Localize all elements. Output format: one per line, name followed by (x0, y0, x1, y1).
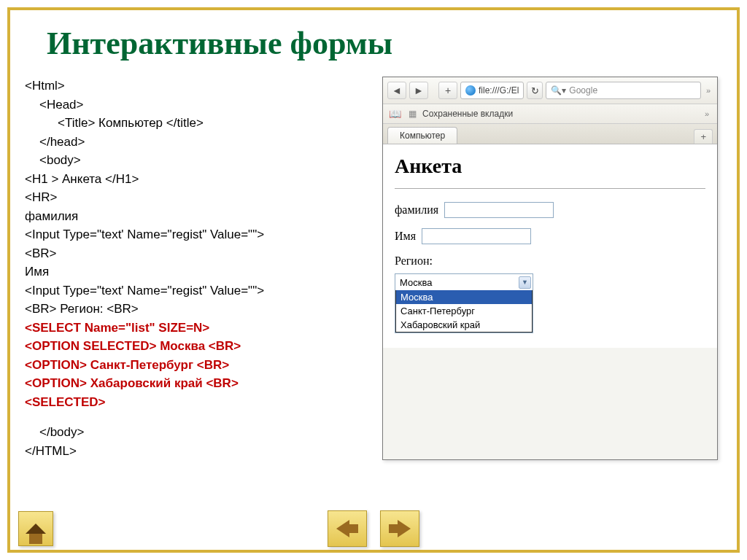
code-line: <Html> (25, 77, 368, 96)
select-value: Москва (400, 277, 432, 288)
new-tab-button[interactable]: + (694, 129, 713, 144)
code-line: <HR> (25, 188, 368, 207)
code-line: </head> (25, 133, 368, 152)
code-line: <BR> (25, 244, 368, 263)
option-moscow[interactable]: Москва (396, 290, 532, 304)
code-line: <H1 > Анкета </H1> (25, 170, 368, 189)
home-button[interactable] (18, 511, 53, 546)
label-region: Регион: (395, 254, 705, 268)
code-line: </HTML> (25, 442, 368, 461)
code-line: <Title> Компьютер </title> (25, 114, 368, 133)
grid-icon[interactable]: ▦ (409, 109, 415, 119)
page-content: Анкета фамилия Имя Регион: Москва (383, 144, 717, 348)
book-icon[interactable]: 📖 (389, 108, 401, 120)
bookmarks-label[interactable]: Сохраненные вкладки (422, 109, 513, 119)
code-line: <Input Type="text' Name="regist" Value="… (25, 225, 368, 244)
url-text: file:///G:/El (479, 85, 519, 96)
code-line: <SELECT Name="list" SIZE=N> (25, 319, 368, 338)
prev-slide-button[interactable] (328, 510, 367, 547)
code-line: <body> (25, 151, 368, 170)
browser-tab[interactable]: Компьютер (387, 127, 457, 144)
search-icon: 🔍▾ (551, 85, 566, 96)
arrow-right-icon (398, 520, 411, 537)
label-name: Имя (395, 230, 416, 243)
code-line: <BR> Регион: <BR> (25, 300, 368, 319)
slide-title: Интерактивные формы (47, 25, 722, 62)
arrow-left-icon (336, 520, 349, 537)
code-line: Имя (25, 262, 368, 281)
back-button[interactable]: ◄ (387, 82, 406, 99)
search-placeholder: Google (569, 85, 597, 96)
surname-input[interactable] (444, 202, 554, 218)
search-box[interactable]: 🔍▾ Google (546, 82, 701, 99)
tab-bar: Компьютер + (383, 124, 717, 144)
overflow-icon[interactable]: » (703, 109, 711, 118)
dropdown-list[interactable]: Москва Санкт-Петербург Хабаровский край (395, 290, 533, 332)
chevron-down-icon[interactable]: ▼ (519, 276, 531, 289)
browser-window: ◄ ► + file:///G:/El ↻ 🔍▾ Google » (382, 77, 718, 460)
option-spb[interactable]: Санкт-Петербург (396, 304, 532, 318)
code-line: <Head> (25, 96, 368, 114)
page-heading: Анкета (395, 155, 705, 178)
refresh-button[interactable]: ↻ (527, 82, 543, 99)
add-button[interactable]: + (438, 82, 457, 99)
browser-toolbar: ◄ ► + file:///G:/El ↻ 🔍▾ Google » (383, 77, 717, 104)
option-khabarovsk[interactable]: Хабаровский край (396, 318, 532, 332)
globe-icon (465, 85, 476, 96)
code-line: <Input Type="text' Name="regist" Value="… (25, 281, 368, 300)
url-bar[interactable]: file:///G:/El (460, 82, 524, 99)
code-line: фамилия (25, 207, 368, 226)
code-line: <OPTION> Санкт-Петербург <BR> (25, 356, 368, 375)
code-listing: <Html> <Head> <Title> Компьютер </title>… (25, 77, 368, 460)
code-line: <OPTION> Хабаровский край <BR> (25, 374, 368, 393)
label-surname: фамилия (395, 203, 438, 217)
name-input[interactable] (422, 228, 531, 244)
bookmarks-bar: 📖 ▦ Сохраненные вкладки » (383, 104, 717, 124)
region-select[interactable]: Москва ▼ Москва Санкт-Петербург Хабаровс… (395, 273, 533, 333)
next-slide-button[interactable] (380, 510, 419, 547)
code-line: </body> (25, 423, 368, 442)
code-line: <OPTION SELECTED> Москва <BR> (25, 337, 368, 356)
code-line: <SELECTED> (25, 393, 368, 412)
overflow-icon[interactable]: » (704, 86, 713, 95)
divider (395, 188, 705, 189)
forward-button[interactable]: ► (409, 82, 428, 99)
home-icon (26, 524, 46, 534)
